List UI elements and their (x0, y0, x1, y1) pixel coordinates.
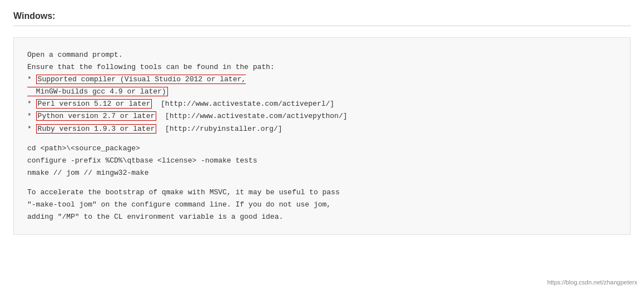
code-line-7: cd <path>\<source_package> (27, 142, 617, 155)
spacer-1 (27, 135, 617, 142)
highlight-compiler: Supported compiler (Visual Studio 2012 o… (27, 75, 246, 96)
code-line-5: * Python version 2.7 or later [http://ww… (27, 110, 617, 122)
divider (13, 26, 631, 26)
code-line-2: Ensure that the following tools can be f… (27, 61, 617, 73)
highlight-ruby: Ruby version 1.9.3 or later (36, 124, 157, 134)
page-container: Windows: Open a command prompt. Ensure t… (0, 0, 644, 290)
code-line-6: * Ruby version 1.9.3 or later [http://ru… (27, 123, 617, 135)
code-line-1: Open a command prompt. (27, 49, 617, 61)
code-line-3: * Supported compiler (Visual Studio 2012… (27, 73, 617, 98)
code-block: Open a command prompt. Ensure that the f… (13, 37, 631, 235)
highlight-perl: Perl version 5.12 or later (36, 99, 152, 109)
section-title: Windows: (13, 11, 631, 21)
spacer-2 (27, 179, 617, 186)
code-line-10: To accelerate the bootstrap of qmake wit… (27, 186, 617, 199)
highlight-python: Python version 2.7 or later (36, 111, 157, 121)
code-line-9: nmake // jom // mingw32-make (27, 167, 617, 179)
code-line-11: "-make-tool jom" on the configure comman… (27, 199, 617, 211)
code-line-4: * Perl version 5.12 or later [http://www… (27, 98, 617, 110)
code-line-12: adding "/MP" to the CL environment varia… (27, 211, 617, 223)
watermark: https://blog.csdn.net/zhangpeterx (547, 279, 637, 286)
code-line-8: configure -prefix %CD%\qtbase <license> … (27, 155, 617, 167)
